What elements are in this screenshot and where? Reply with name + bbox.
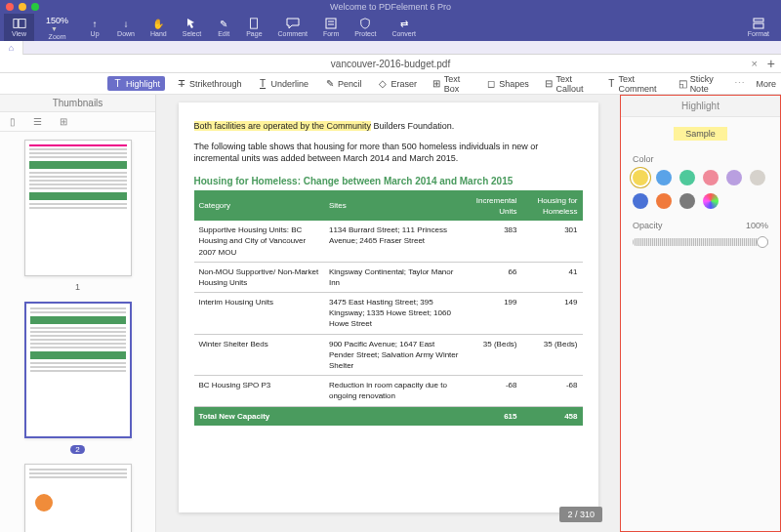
format-button[interactable]: Format [740, 14, 777, 41]
opacity-slider[interactable] [633, 238, 768, 246]
eraser-icon: ◇ [378, 78, 389, 89]
svg-rect-2 [251, 19, 258, 28]
color-swatch[interactable] [726, 170, 742, 185]
opacity-label: Opacity [633, 221, 663, 230]
new-tab-button[interactable]: + [767, 56, 775, 71]
svg-rect-0 [13, 20, 17, 28]
color-swatches [621, 170, 780, 217]
color-swatch[interactable] [633, 170, 648, 185]
underline-icon: T [258, 78, 268, 89]
view-label: View [12, 30, 26, 37]
th-homeless: Housing for Homeless [522, 191, 583, 221]
select-button[interactable]: Select [175, 14, 209, 41]
down-button[interactable]: ↓Down [109, 14, 143, 41]
convert-button[interactable]: ⇄Convert [384, 14, 424, 41]
thumbnail-page-3[interactable] [24, 464, 132, 532]
more-dots: ⋯ [734, 77, 745, 90]
thumbnails-title: Thumbnails [0, 95, 155, 112]
properties-title: Highlight [621, 96, 780, 117]
view-tab[interactable]: View [4, 14, 34, 41]
textcomment-tool[interactable]: TText Comment [602, 72, 668, 96]
table-row: Winter Shelter Beds900 Pacific Avenue; 1… [194, 334, 583, 376]
strikethrough-icon: T̶ [176, 78, 186, 89]
shapes-icon: ◻ [485, 78, 496, 89]
close-window-button[interactable] [6, 3, 14, 11]
chevron-down-icon: ▼ [51, 25, 58, 32]
home-tab[interactable]: ⌂ [0, 41, 23, 55]
form-icon [324, 18, 338, 29]
thumbnails-list[interactable]: 1 2 [0, 132, 155, 532]
pencil-tool[interactable]: ✎Pencil [319, 76, 367, 91]
doc-paragraph: The following table shows that housing f… [194, 141, 583, 165]
doc-line-1: Both facilities are operated by the Comm… [194, 120, 583, 133]
svg-rect-7 [754, 23, 763, 28]
view-icon [13, 18, 26, 29]
color-swatch[interactable] [633, 193, 648, 209]
table-title: Housing for Homeless: Change between Mar… [194, 175, 583, 191]
thumb-tab-outline[interactable]: ☰ [33, 116, 42, 127]
shapes-tool[interactable]: ◻Shapes [480, 76, 534, 91]
highlight-tool[interactable]: THighlight [107, 76, 165, 91]
color-swatch[interactable] [679, 170, 695, 185]
slider-handle[interactable] [757, 236, 768, 248]
th-units: Incremental Units [464, 191, 522, 221]
form-button[interactable]: Form [315, 14, 347, 41]
thumbnail-page-1[interactable] [24, 140, 132, 276]
window-controls [6, 3, 39, 11]
edit-icon: ✎ [217, 18, 230, 29]
protect-button[interactable]: Protect [347, 14, 384, 41]
minimize-window-button[interactable] [19, 3, 26, 11]
color-label: Color [621, 150, 780, 170]
document-tab[interactable]: vancouver-2016-budget.pdf [331, 59, 450, 69]
close-tab-button[interactable]: × [752, 58, 758, 69]
arrow-up-icon: ↑ [88, 18, 102, 29]
thumbnail-page-2[interactable] [24, 302, 132, 438]
textbox-tool[interactable]: ⊞Text Box [428, 72, 474, 96]
svg-rect-3 [326, 19, 336, 28]
document-view[interactable]: Both facilities are operated by the Comm… [156, 95, 620, 532]
document-tab-bar: vancouver-2016-budget.pdf × + [0, 55, 781, 73]
highlight-sample: Sample [674, 127, 727, 141]
properties-panel: Highlight Sample Color Opacity 100% [620, 95, 781, 532]
page-button[interactable]: Page [238, 14, 269, 41]
eraser-tool[interactable]: ◇Eraser [373, 76, 423, 91]
th-category: Category [194, 191, 324, 221]
color-swatch[interactable] [656, 170, 672, 185]
strikethrough-tool[interactable]: T̶Strikethrough [171, 76, 247, 91]
color-swatch[interactable] [656, 193, 672, 209]
svg-rect-6 [754, 19, 763, 21]
textcomment-icon: T [607, 78, 616, 89]
thumbnail-1-number: 1 [12, 282, 144, 292]
color-swatch[interactable] [679, 193, 695, 209]
table-total-row: Total New Capacity615458 [194, 406, 583, 426]
pdf-page: Both facilities are operated by the Comm… [179, 102, 598, 512]
color-picker-button[interactable] [703, 193, 719, 209]
thumbnail-2-number: 2 [70, 445, 84, 454]
thumb-tab-pages[interactable]: ▯ [10, 116, 16, 127]
up-button[interactable]: ↑Up [80, 14, 109, 41]
color-swatch[interactable] [750, 170, 765, 185]
window-title: Welcome to PDFelement 6 Pro [330, 2, 451, 12]
hand-button[interactable]: ✋Hand [143, 14, 175, 41]
th-sites: Sites [324, 191, 464, 221]
maximize-window-button[interactable] [31, 3, 39, 11]
shield-icon [358, 18, 372, 29]
table-row: Interim Housing Units3475 East Hasting S… [194, 293, 583, 335]
comment-toolbar: THighlight T̶Strikethrough TUnderline ✎P… [0, 73, 781, 95]
textcallout-tool[interactable]: ⊟Text Callout [540, 72, 596, 96]
edit-button[interactable]: ✎Edit [209, 14, 238, 41]
thumb-tab-grid[interactable]: ⊞ [60, 116, 67, 127]
more-button[interactable]: More [751, 77, 781, 91]
table-row: BC Housing SPO P3Reduction in room capac… [194, 376, 583, 406]
housing-table: Category Sites Incremental Units Housing… [194, 191, 583, 426]
highlight-icon: T [112, 78, 123, 89]
underline-tool[interactable]: TUnderline [253, 76, 314, 91]
zoom-control[interactable]: 150%▼ Zoom [34, 14, 80, 41]
format-icon [752, 18, 765, 29]
stickynote-tool[interactable]: ◱Sticky Note [674, 72, 729, 96]
highlighted-text: Both facilities are operated by the Comm… [194, 121, 372, 131]
color-swatch[interactable] [703, 170, 719, 185]
comment-button[interactable]: Comment [270, 14, 315, 41]
hand-icon: ✋ [151, 18, 165, 29]
page-icon [247, 18, 261, 29]
